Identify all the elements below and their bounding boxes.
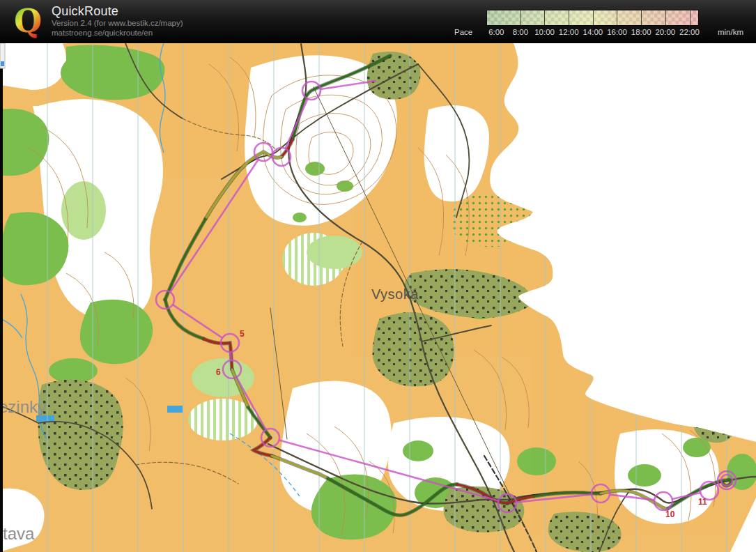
pace-gradient-bar xyxy=(487,10,698,25)
pace-tick-label: 10:00 xyxy=(532,28,557,36)
pace-tick-label: 22:00 xyxy=(677,28,702,36)
header-bar: Q QuickRoute Version 2.4 (for www.bestik… xyxy=(0,0,756,43)
pace-label: Pace xyxy=(454,28,472,36)
control-number-11: 11 xyxy=(698,497,707,507)
version-text: Version 2.4 (for www.bestik.cz/mapy) xyxy=(52,18,183,28)
pace-legend-labels: Pace 6:008:0010:0012:0014:0016:0018:0020… xyxy=(454,28,743,38)
left-panel-sliver-icon xyxy=(1,61,4,66)
pace-tick-labels: 6:008:0010:0012:0014:0016:0018:0020:0022… xyxy=(484,28,702,36)
logo-letter: Q xyxy=(14,4,42,39)
pace-tick-label: 12:00 xyxy=(557,28,581,36)
pace-unit-label: min/km xyxy=(718,28,743,36)
left-town-label: ezinky xyxy=(0,397,46,416)
pace-tick-label: 20:00 xyxy=(653,28,677,36)
pace-tick-label: 14:00 xyxy=(581,28,605,36)
app-title: QuickRoute xyxy=(52,4,183,18)
pace-tick-label: 8:00 xyxy=(509,28,533,36)
pace-tick-label: 16:00 xyxy=(605,28,629,36)
title-block: QuickRoute Version 2.4 (for www.bestik.c… xyxy=(52,4,183,38)
pace-tick-label: 6:00 xyxy=(484,28,509,36)
village-label: Vysoká xyxy=(371,286,419,302)
pace-tick-label: 18:00 xyxy=(629,28,654,36)
map-canvas[interactable]: 5 6 10 11 Vysoká ezinky tava xyxy=(0,43,756,552)
control-number-10: 10 xyxy=(665,509,675,519)
pace-legend: Pace 6:008:0010:0012:0014:0016:0018:0020… xyxy=(454,9,743,40)
quickroute-window: Q QuickRoute Version 2.4 (for www.bestik… xyxy=(0,0,756,552)
quickroute-logo-icon: Q xyxy=(11,4,45,39)
map-viewport: 5 6 10 11 Vysoká ezinky tava xyxy=(0,43,756,552)
bottom-town-label: tava xyxy=(3,524,35,543)
homepage-link[interactable]: matstroeng.se/quickroute/en xyxy=(52,28,183,38)
control-number-6: 6 xyxy=(216,367,221,377)
control-number-5: 5 xyxy=(240,329,245,339)
left-edge-strip xyxy=(0,68,3,552)
